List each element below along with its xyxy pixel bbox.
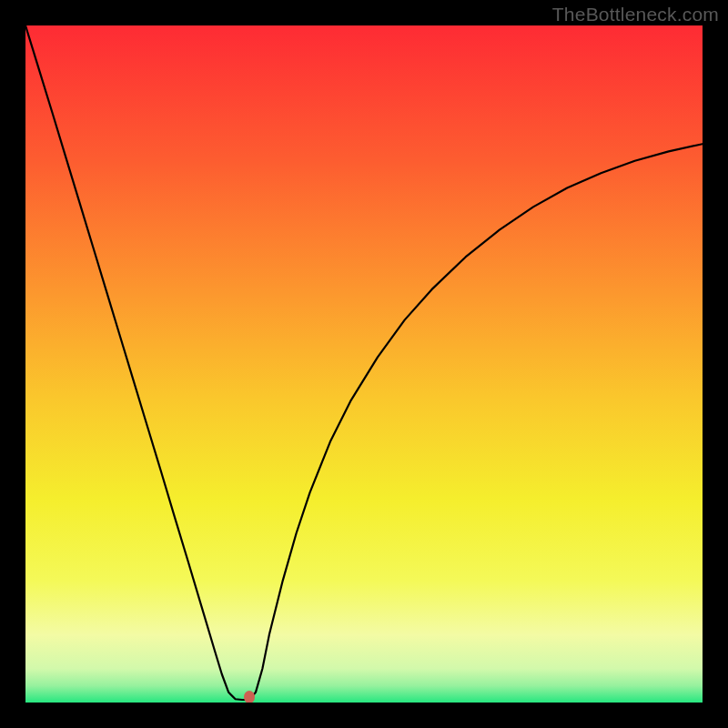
watermark: TheBottleneck.com [552, 4, 719, 25]
bottleneck-curve [25, 25, 703, 703]
chart-frame: TheBottleneck.com [0, 0, 728, 728]
plot-area [25, 25, 703, 703]
optimal-point-marker [244, 691, 255, 703]
